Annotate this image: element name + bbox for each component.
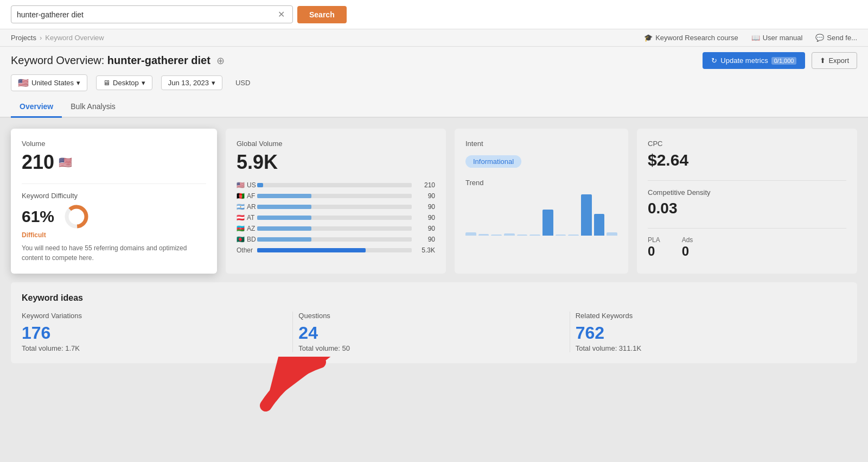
intent-label: Intent [465,140,617,148]
tab-overview[interactable]: Overview [11,97,62,118]
cpc-card: CPC $2.64 Competitive Density 0.03 PLA 0… [637,129,857,274]
search-input[interactable] [17,10,276,19]
bar-row-af: 🇦🇫 AF 90 [237,192,435,200]
trend-section: Trend [465,179,617,236]
feedback-icon: 💬 [815,34,824,42]
bar-row-bd: 🇧🇩 BD 90 [237,236,435,243]
date-filter[interactable]: Jun 13, 2023 ▾ [161,75,222,90]
related-label: Related Keywords [576,312,830,320]
bar-row-az: 🇦🇿 AZ 90 [237,225,435,232]
search-input-wrapper: ✕ [11,5,293,23]
intent-card: Intent Informational Trend [455,129,628,274]
kd-level: Difficult [22,231,206,239]
ads-label: Ads [682,236,693,244]
refresh-icon: ↻ [711,56,717,65]
device-filter[interactable]: 🖥 Desktop ▾ [96,75,152,90]
chevron-icon-3: ▾ [212,79,215,87]
cpc-label: CPC [648,140,846,148]
update-metrics-button[interactable]: ↻ Update metrics 0/1,000 [703,52,805,69]
bar-row-at: 🇦🇹 AT 90 [237,214,435,221]
comp-density-label: Competitive Density [648,188,846,197]
related-count[interactable]: 762 [576,323,830,343]
kd-donut-chart [63,203,90,230]
top-nav-links: 🎓 Keyword Research course 📖 User manual … [644,34,857,42]
add-keyword-button[interactable]: ⊕ [216,55,225,67]
pla-value: 0 [648,244,660,259]
kd-section: Keyword Difficulty 61% Difficult You wil… [22,183,206,263]
questions-count[interactable]: 24 [298,323,553,343]
breadcrumb-root[interactable]: Projects [11,34,36,42]
breadcrumb: Projects › Keyword Overview [11,34,104,42]
tab-bulk-analysis[interactable]: Bulk Analysis [62,97,124,118]
search-bar: ✕ Search [0,0,868,29]
cpc-value: $2.64 [648,151,846,169]
kd-label: Keyword Difficulty [22,192,206,200]
desktop-icon: 🖥 [103,79,110,87]
comp-density-section: Competitive Density 0.03 [648,180,846,217]
page-header: Keyword Overview: hunter-gatherer diet ⊕… [0,47,868,69]
cards-row: Volume 210 🇺🇸 Keyword Difficulty 61% Dif… [11,129,857,274]
currency-label: USD [231,76,254,90]
send-feedback-link[interactable]: 💬 Send fe... [815,34,857,42]
keyword-ideas-title: Keyword ideas [22,293,846,303]
header-actions: ↻ Update metrics 0/1,000 ⬆ Export [703,52,857,69]
metrics-quota-badge: 0/1,000 [771,57,797,65]
bar-row-us: 🇺🇸 US 210 [237,181,435,189]
global-volume-value: 5.9K [237,151,435,174]
red-arrow-overlay [244,357,331,424]
questions-volume: Total volume: 50 [298,344,553,352]
variations-volume: Total volume: 1.7K [22,344,276,352]
bar-row-other: Other 5.3K [237,246,435,254]
related-volume: Total volume: 311.1K [576,344,830,352]
global-volume-label: Global Volume [237,140,435,148]
user-manual-link[interactable]: 📖 User manual [751,34,803,42]
related-col: Related Keywords 762 Total volume: 311.1… [570,312,846,352]
export-icon: ⬆ [820,56,826,65]
pla-item: PLA 0 [648,236,660,259]
questions-label: Questions [298,312,553,320]
page-title: Keyword Overview: hunter-gatherer diet ⊕ [11,54,225,67]
filters-row: 🇺🇸 United States ▾ 🖥 Desktop ▾ Jun 13, 2… [0,69,868,97]
top-nav: Projects › Keyword Overview 🎓 Keyword Re… [0,29,868,47]
kd-percent: 61% [22,207,54,226]
trend-label: Trend [465,179,617,187]
variations-label: Keyword Variations [22,312,276,320]
us-flag: 🇺🇸 [18,78,29,88]
volume-label: Volume [22,140,206,148]
breadcrumb-separator: › [40,34,42,42]
comp-density-value: 0.03 [648,200,846,217]
volume-flag: 🇺🇸 [59,156,72,169]
trend-bars [465,192,617,236]
kd-description: You will need to have 55 referring domai… [22,243,206,263]
pla-label: PLA [648,236,660,244]
search-button[interactable]: Search [297,6,347,23]
chevron-icon: ▾ [76,79,80,87]
questions-col: Questions 24 Total volume: 50 [293,312,570,352]
tabs-row: Overview Bulk Analysis [0,97,868,118]
breadcrumb-current: Keyword Overview [45,34,104,42]
book-icon: 📖 [751,34,760,42]
graduation-icon: 🎓 [644,34,653,42]
keyword-ideas-row: Keyword Variations 176 Total volume: 1.7… [22,312,846,352]
global-volume-card: Global Volume 5.9K 🇺🇸 US 210 🇦🇫 AF 90 🇦🇷… [226,129,446,274]
keyword-ideas-card: Keyword ideas Keyword Variations 176 Tot… [11,282,857,363]
main-content: Volume 210 🇺🇸 Keyword Difficulty 61% Dif… [0,118,868,374]
ads-item: Ads 0 [682,236,693,259]
kd-row: 61% [22,203,206,230]
volume-value: 210 🇺🇸 [22,151,206,174]
variations-col: Keyword Variations 176 Total volume: 1.7… [22,312,293,352]
intent-badge: Informational [465,155,521,168]
chevron-icon-2: ▾ [142,79,145,87]
export-button[interactable]: ⬆ Export [812,52,857,69]
variations-count[interactable]: 176 [22,323,276,343]
bar-row-ar: 🇦🇷 AR 90 [237,203,435,211]
pla-ads-row: PLA 0 Ads 0 [648,228,846,259]
country-filter[interactable]: 🇺🇸 United States ▾ [11,74,87,91]
clear-button[interactable]: ✕ [276,9,287,20]
ads-value: 0 [682,244,693,259]
keyword-course-link[interactable]: 🎓 Keyword Research course [644,34,738,42]
volume-card: Volume 210 🇺🇸 Keyword Difficulty 61% Dif… [11,129,217,274]
